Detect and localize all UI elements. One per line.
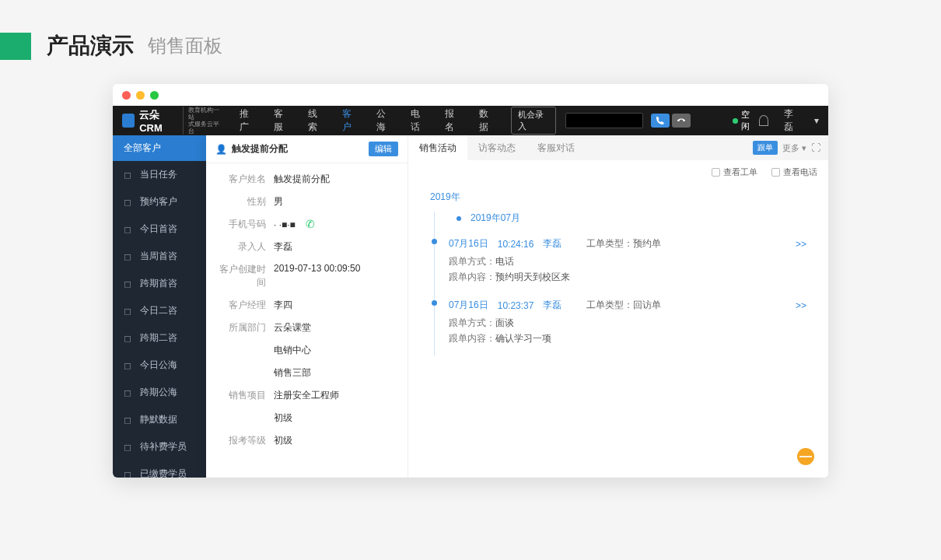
activity-tab-2[interactable]: 客服对话 bbox=[526, 135, 586, 160]
sidebar-item-0[interactable]: ◻当日任务 bbox=[113, 161, 206, 188]
info-label: 客户经理 bbox=[215, 299, 274, 312]
minimize-dot[interactable] bbox=[136, 91, 145, 100]
nav-item-5[interactable]: 电话 bbox=[404, 107, 435, 134]
nav-item-0[interactable]: 推广 bbox=[233, 107, 264, 134]
sidebar-icon: ◻ bbox=[124, 306, 134, 316]
sidebar-item-3[interactable]: ◻当周首咨 bbox=[113, 243, 206, 270]
expand-icon[interactable]: ⛶ bbox=[811, 142, 820, 153]
info-value: 电销中心 bbox=[274, 344, 398, 357]
follow-chip[interactable]: 跟单 bbox=[753, 141, 778, 155]
info-value: 注册安全工程师 bbox=[274, 389, 398, 402]
activity-tab-0[interactable]: 销售活动 bbox=[408, 135, 467, 160]
info-label: 录入人 bbox=[215, 240, 274, 254]
info-value: · ·■·■ ✆ bbox=[274, 218, 398, 231]
logo[interactable]: 云朵CRM 教育机构一站式服务云平台 bbox=[122, 107, 222, 135]
info-row: 销售三部 bbox=[206, 362, 408, 384]
chevron-down-icon[interactable]: ▾ bbox=[814, 115, 819, 126]
top-nav: 云朵CRM 教育机构一站式服务云平台 推广客服线索客户公海电话报名数据 机会录入… bbox=[113, 106, 828, 135]
maximize-dot[interactable] bbox=[150, 91, 159, 100]
info-label bbox=[215, 411, 274, 425]
sidebar-header[interactable]: 全部客户 bbox=[113, 135, 206, 161]
info-row: 初级 bbox=[206, 407, 408, 429]
nav-item-2[interactable]: 线索 bbox=[301, 107, 332, 134]
filter-phone[interactable]: 查看电话 bbox=[771, 166, 817, 178]
fab-button[interactable]: — bbox=[797, 448, 814, 465]
phone-icon[interactable]: ✆ bbox=[306, 218, 315, 230]
info-value: 销售三部 bbox=[274, 366, 398, 380]
info-label: 手机号码 bbox=[215, 218, 274, 231]
info-row: 手机号码· ·■·■ ✆ bbox=[206, 213, 408, 236]
tl-expand[interactable]: >> bbox=[796, 239, 813, 250]
sidebar-icon: ◻ bbox=[124, 387, 134, 397]
info-value: 初级 bbox=[274, 434, 398, 447]
filter-workorder[interactable]: 查看工单 bbox=[712, 166, 757, 178]
app-window: 云朵CRM 教育机构一站式服务云平台 推广客服线索客户公海电话报名数据 机会录入… bbox=[113, 84, 828, 478]
info-label: 客户姓名 bbox=[215, 173, 274, 186]
timeline-item: 07月16日10:23:37李磊工单类型：回访单>>跟单方式：面谈跟单内容：确认… bbox=[449, 294, 813, 355]
nav-item-1[interactable]: 客服 bbox=[267, 107, 298, 134]
status-dot-icon bbox=[733, 118, 737, 124]
nav-item-4[interactable]: 公海 bbox=[369, 107, 401, 134]
tl-date: 07月16日 bbox=[449, 237, 488, 250]
activity-panel: 销售活动访客动态客服对话 跟单 更多 ▾ ⛶ 查看工单 查看电话 2019年 bbox=[408, 135, 828, 478]
sidebar-item-8[interactable]: ◻跨期公海 bbox=[113, 379, 206, 406]
page-title: 产品演示 bbox=[47, 31, 134, 61]
nav-item-3[interactable]: 客户 bbox=[335, 107, 366, 134]
sidebar-item-1[interactable]: ◻预约客户 bbox=[113, 188, 206, 215]
hangup-button[interactable] bbox=[672, 114, 691, 128]
info-value: 初级 bbox=[274, 411, 398, 425]
info-row: 所属部门云朵课堂 bbox=[206, 317, 408, 339]
sidebar-icon: ◻ bbox=[124, 251, 134, 261]
close-dot[interactable] bbox=[122, 91, 131, 100]
sidebar-item-2[interactable]: ◻今日首咨 bbox=[113, 215, 206, 243]
timeline-month: 2019年07月 bbox=[471, 212, 813, 225]
info-value: 李四 bbox=[274, 299, 398, 312]
sidebar-icon: ◻ bbox=[124, 360, 134, 370]
sidebar-item-11[interactable]: ◻已缴费学员 bbox=[113, 460, 206, 478]
info-row: 录入人李磊 bbox=[206, 236, 408, 258]
sidebar-item-5[interactable]: ◻今日二咨 bbox=[113, 297, 206, 324]
sidebar-item-7[interactable]: ◻今日公海 bbox=[113, 352, 206, 379]
info-value: 云朵课堂 bbox=[274, 321, 398, 334]
sidebar-item-10[interactable]: ◻待补费学员 bbox=[113, 433, 206, 460]
tl-expand[interactable]: >> bbox=[796, 300, 813, 311]
customer-info: 👤 触发提前分配 编辑 客户姓名触发提前分配性别男手机号码· ·■·■ ✆录入人… bbox=[206, 135, 408, 478]
sidebar-item-4[interactable]: ◻跨期首咨 bbox=[113, 270, 206, 297]
activity-tab-1[interactable]: 访客动态 bbox=[467, 135, 526, 160]
page-subtitle: 销售面板 bbox=[148, 33, 222, 58]
tl-date: 07月16日 bbox=[449, 299, 488, 312]
tl-time: 10:24:16 bbox=[498, 239, 534, 250]
sidebar-item-6[interactable]: ◻跨期二咨 bbox=[113, 324, 206, 352]
timeline-year: 2019年 bbox=[430, 191, 813, 204]
sidebar-icon: ◻ bbox=[124, 224, 134, 234]
logo-icon bbox=[122, 114, 135, 128]
sidebar-icon: ◻ bbox=[124, 278, 134, 289]
nav-item-7[interactable]: 数据 bbox=[472, 107, 503, 134]
info-row: 客户经理李四 bbox=[206, 294, 408, 317]
search-input[interactable] bbox=[565, 113, 644, 128]
timeline: 2019年 2019年07月 07月16日10:24:16李磊工单类型：预约单>… bbox=[408, 184, 828, 359]
info-row: 销售项目注册安全工程师 bbox=[206, 384, 408, 407]
status-indicator: 空闲 bbox=[733, 109, 756, 132]
info-label: 销售项目 bbox=[215, 389, 274, 402]
nav-item-6[interactable]: 报名 bbox=[438, 107, 469, 134]
sidebar-icon: ◻ bbox=[124, 197, 134, 207]
more-dropdown[interactable]: 更多 ▾ bbox=[782, 142, 806, 154]
sidebar-icon: ◻ bbox=[124, 442, 134, 452]
opportunity-button[interactable]: 机会录入 bbox=[511, 107, 556, 135]
sidebar-item-9[interactable]: ◻静默数据 bbox=[113, 406, 206, 433]
call-button[interactable] bbox=[651, 114, 670, 128]
info-label: 所属部门 bbox=[215, 321, 274, 334]
info-value: 触发提前分配 bbox=[274, 173, 398, 186]
tl-user: 李磊 bbox=[543, 237, 561, 250]
person-icon: 👤 bbox=[215, 144, 227, 155]
sidebar-icon: ◻ bbox=[124, 415, 134, 425]
info-value: 李磊 bbox=[274, 240, 398, 254]
tl-user: 李磊 bbox=[543, 299, 561, 312]
info-label bbox=[215, 366, 274, 380]
bell-icon[interactable] bbox=[759, 115, 768, 126]
info-label: 报考等级 bbox=[215, 434, 274, 447]
edit-button[interactable]: 编辑 bbox=[369, 142, 398, 156]
info-value: 2019-07-13 00:09:50 bbox=[274, 263, 398, 289]
current-user[interactable]: 李磊 bbox=[784, 107, 799, 134]
